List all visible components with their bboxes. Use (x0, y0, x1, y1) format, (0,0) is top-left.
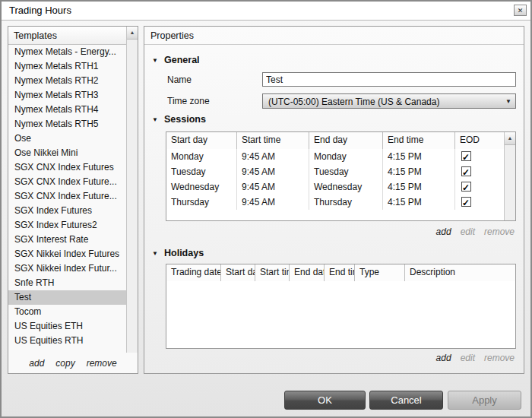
templates-actions: add copy remove (8, 353, 138, 373)
close-icon: ✕ (518, 7, 524, 14)
holidays-collapse-icon[interactable]: ▼ (152, 250, 160, 257)
sessions-column-header-start-time: Start time (237, 132, 309, 149)
timezone-select[interactable]: (UTC-05:00) Eastern Time (US & Canada) ▼ (262, 93, 516, 109)
template-list-item[interactable]: SGX CNX Index Future... (8, 175, 126, 189)
holidays-section-label: Holidays (164, 248, 204, 258)
templates-remove-link[interactable]: remove (87, 358, 117, 369)
template-list-item[interactable]: Snfe RTH (8, 276, 126, 290)
session-start-day: Wednesday (166, 179, 237, 195)
template-list-item[interactable]: US Equities ETH (8, 319, 126, 334)
up-arrow-icon: ▲ (130, 30, 135, 35)
timezone-value: (UTC-05:00) Eastern Time (US & Canada) (268, 95, 500, 109)
session-end-day: Tuesday (309, 164, 383, 179)
window-title: Trading Hours (9, 2, 71, 20)
holidays-column-header-start-time: Start time (255, 264, 290, 281)
template-list-item[interactable]: Nymex Metals RTH3 (8, 88, 126, 103)
timezone-label: Time zone (167, 93, 210, 109)
holidays-empty-area (166, 281, 515, 348)
eod-checkbox[interactable] (461, 197, 471, 207)
name-label: Name (167, 72, 192, 87)
ok-button[interactable]: OK (284, 391, 366, 410)
session-start-day: Thursday (166, 195, 237, 210)
eod-checkbox[interactable] (461, 151, 471, 161)
scroll-up-button[interactable]: ▲ (505, 132, 515, 145)
sessions-column-header-end-time: End time (383, 132, 455, 149)
templates-add-link[interactable]: add (29, 358, 44, 369)
sessions-column-header-start-day: Start day (166, 132, 237, 149)
cancel-button[interactable]: Cancel (369, 391, 443, 410)
template-list-item[interactable]: Nymex Metals - Energy... (8, 45, 126, 59)
eod-checkbox[interactable] (461, 182, 471, 192)
holidays-section-header: ▼ Holidays (152, 247, 204, 259)
name-input[interactable] (262, 72, 516, 87)
holidays-table-header: Trading date Start date Start time End d… (166, 264, 515, 282)
sessions-remove-link[interactable]: remove (484, 226, 515, 237)
holidays-add-link[interactable]: add (436, 353, 451, 363)
template-list-item[interactable]: SGX Index Futures2 (8, 218, 126, 233)
template-list-item[interactable]: SGX CNX Index Future... (8, 189, 126, 204)
template-list-item[interactable]: US Equities RTH (8, 334, 126, 348)
template-list-item[interactable]: Nymex Metals RTH1 (8, 59, 126, 74)
session-row[interactable]: Thursday 9:45 AM Thursday 4:15 PM (166, 195, 504, 210)
eod-checkbox[interactable] (461, 166, 471, 176)
sessions-table: Start day Start time End day End time EO… (166, 131, 516, 221)
sessions-add-link[interactable]: add (436, 226, 451, 237)
sessions-scrollbar[interactable]: ▲ (504, 132, 515, 220)
session-row[interactable]: Wednesday 9:45 AM Wednesday 4:15 PM (166, 179, 504, 195)
template-list-item[interactable]: Tocom (8, 305, 126, 319)
holidays-actions: add edit remove (436, 352, 515, 364)
session-end-time: 4:15 PM (383, 195, 455, 210)
session-eod-cell (455, 195, 504, 210)
template-list-item[interactable]: SGX Nikkei Index Futures (8, 247, 126, 261)
general-section-header: ▼ General (152, 54, 200, 66)
session-eod-cell (455, 164, 504, 179)
holidays-column-header-type: Type (355, 264, 405, 281)
template-list-item[interactable]: Ose (8, 131, 126, 146)
holidays-remove-link[interactable]: remove (484, 353, 515, 363)
chevron-down-icon: ▼ (505, 95, 511, 108)
sessions-column-header-end-day: End day (309, 132, 383, 149)
sessions-column-header-eod: EOD (455, 132, 504, 149)
session-row[interactable]: Monday 9:45 AM Monday 4:15 PM (166, 149, 504, 164)
templates-scrollbar[interactable]: ▲ (126, 27, 138, 353)
sessions-section-label: Sessions (164, 114, 206, 125)
session-start-day: Monday (166, 149, 237, 164)
properties-header: Properties (144, 27, 524, 45)
general-collapse-icon[interactable]: ▼ (152, 57, 160, 64)
holidays-column-header-trading-date: Trading date (166, 264, 221, 281)
session-start-time: 9:45 AM (237, 195, 309, 210)
session-start-time: 9:45 AM (237, 149, 309, 164)
general-section-label: General (164, 55, 200, 65)
holidays-edit-link[interactable]: edit (461, 353, 475, 363)
session-end-day: Monday (309, 149, 383, 164)
session-end-time: 4:15 PM (383, 164, 455, 179)
template-list-item[interactable]: Nymex Metals RTH5 (8, 117, 126, 131)
session-end-day: Wednesday (309, 179, 383, 195)
template-list-item[interactable]: SGX Index Futures (8, 204, 126, 218)
template-list-item[interactable]: SGX Nikkei Index Futur... (8, 261, 126, 276)
holidays-column-header-description: Description (405, 264, 515, 281)
template-list-item[interactable]: Ose Nikkei Mini (8, 146, 126, 160)
sessions-table-header: Start day Start time End day End time EO… (166, 132, 504, 150)
template-list-item-selected[interactable]: Test (8, 290, 126, 305)
properties-panel: Properties ▼ General Name Time zone (UTC… (144, 26, 524, 374)
templates-copy-link[interactable]: copy (55, 358, 74, 369)
template-list-item[interactable]: Nymex Metals RTH2 (8, 74, 126, 88)
close-button[interactable]: ✕ (514, 5, 527, 16)
template-list-item[interactable]: Nymex Metals RTH4 (8, 103, 126, 117)
session-row[interactable]: Tuesday 9:45 AM Tuesday 4:15 PM (166, 164, 504, 179)
sessions-collapse-icon[interactable]: ▼ (152, 116, 160, 123)
templates-list: Nymex Metals - Energy... Nymex Metals RT… (8, 45, 126, 353)
apply-button[interactable]: Apply (448, 391, 521, 410)
sessions-edit-link[interactable]: edit (461, 226, 475, 237)
session-end-day: Thursday (309, 195, 383, 210)
session-start-time: 9:45 AM (237, 164, 309, 179)
session-eod-cell (455, 179, 504, 195)
titlebar: Trading Hours ✕ (2, 2, 530, 21)
trading-hours-window: Trading Hours ✕ Templates ▲ Nymex Metals… (0, 0, 532, 418)
template-list-item[interactable]: SGX Interest Rate (8, 233, 126, 247)
scroll-up-button[interactable]: ▲ (127, 27, 138, 40)
templates-panel: Templates ▲ Nymex Metals - Energy... Nym… (8, 26, 138, 374)
holidays-column-header-end-time: End time (325, 264, 355, 281)
template-list-item[interactable]: SGX CNX Index Futures (8, 160, 126, 175)
